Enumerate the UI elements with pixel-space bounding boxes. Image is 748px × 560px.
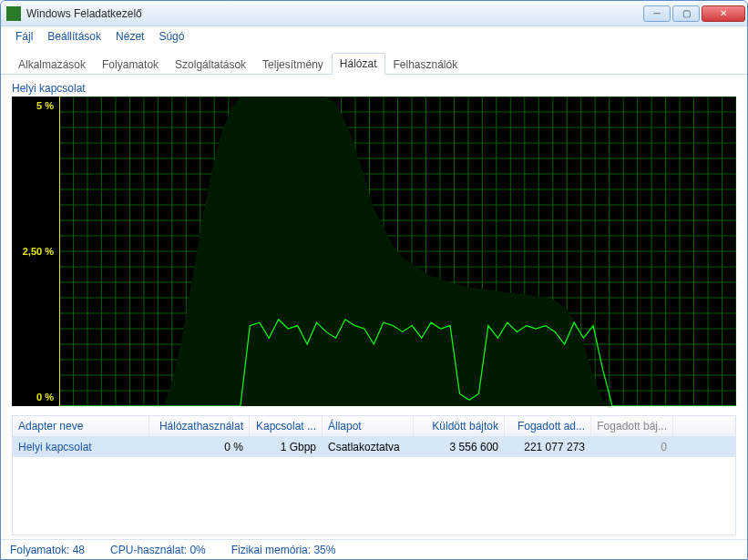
cell-received: 221 077 273: [505, 437, 591, 457]
menubar: Fájl Beállítások Nézet Súgó: [1, 26, 747, 46]
adapter-table: Adapter neve Hálózathasználat Kapcsolat …: [12, 415, 736, 535]
menu-settings[interactable]: Beállítások: [42, 28, 107, 45]
th-bytes-received[interactable]: Fogadott ad...: [505, 416, 591, 436]
app-icon: [6, 6, 21, 21]
tab-users[interactable]: Felhasználók: [385, 54, 466, 75]
tab-applications[interactable]: Alkalmazások: [10, 54, 94, 75]
table-header: Adapter neve Hálózathasználat Kapcsolat …: [13, 416, 735, 437]
minimize-button[interactable]: ─: [643, 5, 671, 22]
window-controls: ─ ▢ ✕: [643, 5, 745, 22]
maximize-button[interactable]: ▢: [672, 5, 700, 22]
chart-yaxis: 5 % 2,50 % 0 %: [12, 97, 59, 406]
cell-received2: 0: [591, 437, 673, 457]
menu-file[interactable]: Fájl: [10, 28, 38, 45]
cell-speed: 1 Gbpp: [250, 437, 323, 457]
network-chart: 5 % 2,50 % 0 %: [12, 97, 736, 406]
menu-help[interactable]: Súgó: [153, 28, 190, 45]
cell-adapter-name: Helyi kapcsolat: [13, 437, 149, 457]
cell-usage: 0 %: [149, 437, 250, 457]
th-bytes-sent[interactable]: Küldött bájtok: [414, 416, 505, 436]
tab-content-network: Helyi kapcsolat 5 % 2,50 % 0 % Adapter n…: [1, 75, 747, 539]
status-memory: Fizikai memória: 35%: [231, 544, 336, 556]
status-cpu: CPU-használat: 0%: [110, 544, 206, 556]
th-link-speed[interactable]: Kapcsolat ...: [250, 416, 323, 436]
chart-plot-area: [59, 97, 736, 406]
statusbar: Folyamatok: 48 CPU-használat: 0% Fizikai…: [1, 539, 747, 559]
tab-processes[interactable]: Folyamatok: [94, 54, 167, 75]
status-processes: Folyamatok: 48: [10, 544, 85, 556]
th-network-usage[interactable]: Hálózathasználat: [149, 416, 250, 436]
ylabel-bottom: 0 %: [36, 392, 54, 402]
th-state[interactable]: Állapot: [323, 416, 414, 436]
titlebar[interactable]: Windows Feladatkezelő ─ ▢ ✕: [1, 1, 747, 26]
table-row[interactable]: Helyi kapcsolat 0 % 1 Gbpp Csatlakoztatv…: [13, 437, 735, 457]
tab-performance[interactable]: Teljesítmény: [254, 54, 332, 75]
close-button[interactable]: ✕: [702, 5, 745, 22]
tab-services[interactable]: Szolgáltatások: [167, 54, 254, 75]
ylabel-top: 5 %: [36, 100, 54, 111]
th-adapter-name[interactable]: Adapter neve: [13, 416, 149, 436]
menu-view[interactable]: Nézet: [110, 28, 149, 45]
window-title: Windows Feladatkezelő: [26, 7, 643, 20]
cell-sent: 3 556 600: [414, 437, 505, 457]
tab-network[interactable]: Hálózat: [332, 53, 385, 75]
task-manager-window: Windows Feladatkezelő ─ ▢ ✕ Fájl Beállít…: [0, 0, 748, 560]
tab-strip: Alkalmazások Folyamatok Szolgáltatások T…: [1, 46, 747, 75]
th-bytes-received2[interactable]: Fogadott báj...: [591, 416, 673, 436]
ylabel-mid: 2,50 %: [23, 246, 54, 257]
cell-state: Csatlakoztatva: [323, 437, 414, 457]
chart-title: Helyi kapcsolat: [12, 82, 736, 95]
